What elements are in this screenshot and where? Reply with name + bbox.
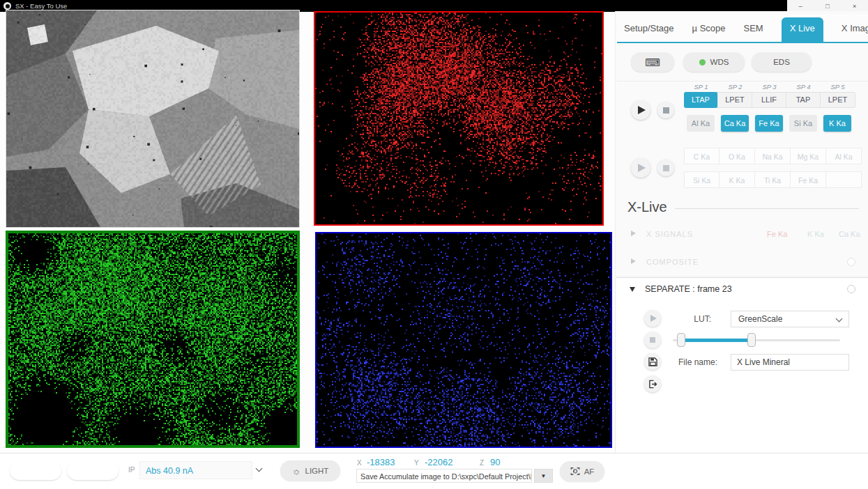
sp4-label: SP 4 — [786, 83, 821, 91]
keyboard-icon: ⌨ — [645, 57, 660, 68]
eds-element-ti-ka[interactable]: Ti Ka — [755, 171, 791, 188]
file-name-input[interactable] — [731, 354, 849, 371]
tab-sem[interactable]: SEM — [744, 23, 763, 42]
sp3-label: SP 3 — [752, 83, 786, 91]
slider-handle-max[interactable] — [747, 333, 756, 347]
eds-label: EDS — [773, 58, 790, 66]
separate-section-header[interactable]: SEPARATE : frame 23 — [645, 284, 732, 294]
slider-handle-min[interactable] — [677, 333, 685, 347]
crystal-sp3[interactable]: LLIF — [752, 93, 786, 107]
separate-collapse-icon[interactable] — [630, 287, 635, 292]
xray-map-blue-canvas[interactable] — [317, 233, 611, 447]
lut-select[interactable]: GreenScale — [731, 311, 849, 327]
wds-element-k-ka[interactable]: K Ka — [823, 115, 851, 132]
divider — [675, 208, 859, 209]
xray-map-green-viewport[interactable] — [6, 231, 300, 448]
crystal-sp4[interactable]: TAP — [786, 93, 821, 107]
tab-x-live[interactable]: X Live — [782, 17, 823, 42]
bse-image-viewport[interactable] — [6, 10, 300, 228]
lut-selected-value: GreenScale — [738, 314, 782, 324]
composite-section-header[interactable]: COMPOSITE — [646, 258, 699, 266]
play-icon — [650, 315, 657, 322]
eds-toggle-button[interactable]: EDS — [752, 52, 812, 72]
wds-stop-button[interactable] — [657, 102, 674, 118]
sp5-label: SP 5 — [821, 83, 855, 91]
play-icon — [638, 164, 646, 172]
eds-element-k-ka[interactable]: K Ka — [719, 171, 755, 188]
crystal-selector-row: LTAP LPET LLIF TAP LPET — [684, 92, 855, 108]
eds-element-fe-ka[interactable]: Fe Ka — [791, 171, 826, 188]
export-button[interactable] — [644, 375, 661, 392]
scan-button[interactable]: SCAN — [67, 461, 119, 480]
virtual-keyboard-button[interactable]: ⌨ — [631, 52, 674, 72]
eds-element-na-ka[interactable]: Na Ka — [755, 148, 791, 164]
close-button[interactable]: × — [841, 0, 868, 12]
beam-button[interactable]: BEAM — [10, 461, 61, 480]
sp1-label: SP 1 — [684, 83, 718, 91]
ip-label: IP — [128, 466, 135, 474]
xsignal-fe-ka: Fe Ka — [767, 230, 787, 238]
x-coordinate-label: X — [357, 459, 362, 467]
autofocus-button[interactable]: AF — [560, 461, 604, 481]
crystal-sp5[interactable]: LPET — [821, 93, 855, 107]
crystal-sp2[interactable]: LPET — [718, 93, 752, 107]
autofocus-icon — [570, 467, 580, 476]
ip-value-field[interactable]: Abs 40.9 nA — [139, 461, 252, 479]
maximize-button[interactable]: □ — [814, 0, 842, 12]
chevron-down-icon[interactable] — [256, 465, 263, 472]
wds-element-al-ka[interactable]: Al Ka — [687, 115, 715, 132]
floppy-disk-icon — [648, 357, 657, 366]
app-icon — [3, 2, 11, 10]
wds-element-fe-ka[interactable]: Fe Ka — [755, 115, 783, 132]
x-coordinate-value[interactable]: -18383 — [367, 457, 395, 467]
wds-status-dot-icon — [699, 59, 706, 65]
save-path-dropdown-button[interactable]: ▼ — [534, 469, 553, 483]
eds-element-empty[interactable] — [826, 171, 862, 188]
file-name-label: File name: — [678, 357, 717, 367]
af-label: AF — [584, 467, 595, 476]
xlive-heading: X-Live — [627, 199, 667, 215]
xsignals-expand-icon[interactable] — [631, 231, 636, 236]
eds-element-mg-ka[interactable]: Mg Ka — [791, 148, 826, 164]
wds-toggle-button[interactable]: WDS — [683, 52, 745, 72]
lut-label: LUT: — [669, 314, 711, 324]
composite-expand-icon[interactable] — [631, 258, 636, 264]
tab-mu-scope[interactable]: µ Scope — [692, 23, 726, 42]
save-path-field[interactable]: Save Accumulate image to D:\sxpc\Default… — [356, 469, 532, 483]
bse-image-canvas[interactable] — [6, 10, 299, 227]
play-icon — [638, 106, 646, 114]
separate-play-button[interactable] — [644, 310, 661, 327]
composite-radio[interactable] — [847, 258, 855, 266]
light-button[interactable]: ☼ LIGHT — [280, 460, 340, 481]
xsignal-k-ka: K Ka — [807, 230, 824, 238]
xray-map-red-viewport[interactable] — [314, 11, 604, 226]
eds-element-al-ka[interactable]: Al Ka — [826, 148, 862, 164]
stop-icon — [650, 337, 655, 343]
stop-icon — [663, 107, 669, 114]
wds-play-button[interactable] — [631, 100, 650, 120]
wds-element-si-ka[interactable]: Si Ka — [789, 115, 817, 132]
xray-map-red-canvas[interactable] — [315, 13, 602, 224]
eds-element-si-ka[interactable]: Si Ka — [684, 171, 719, 188]
tab-x-images[interactable]: X Images — [842, 23, 868, 42]
xsignals-section-header[interactable]: X SIGNALS — [646, 230, 693, 238]
z-coordinate-value[interactable]: 90 — [490, 457, 500, 467]
save-image-button[interactable] — [644, 353, 661, 370]
minimize-button[interactable]: – — [787, 0, 814, 12]
separate-radio[interactable] — [847, 285, 855, 293]
eds-element-o-ka[interactable]: O Ka — [719, 148, 755, 164]
xray-map-green-canvas[interactable] — [8, 233, 297, 445]
separate-stop-button[interactable] — [644, 332, 661, 348]
y-coordinate-value[interactable]: -22062 — [425, 457, 452, 467]
eds-stop-button[interactable] — [657, 160, 674, 176]
eds-element-c-ka[interactable]: C Ka — [684, 148, 719, 164]
stop-icon — [663, 165, 669, 171]
wds-element-ca-ka[interactable]: Ca Ka — [721, 115, 749, 132]
tab-setup-stage[interactable]: Setup/Stage — [624, 23, 674, 42]
tab-underline — [617, 42, 868, 43]
eds-play-button[interactable] — [631, 158, 650, 178]
crystal-sp1[interactable]: LTAP — [684, 92, 718, 108]
xray-map-blue-viewport[interactable] — [315, 232, 612, 448]
bottom-bar: BEAM SCAN IP Abs 40.9 nA ☼ LIGHT X -1838… — [0, 453, 868, 489]
y-coordinate-label: Y — [414, 459, 419, 467]
